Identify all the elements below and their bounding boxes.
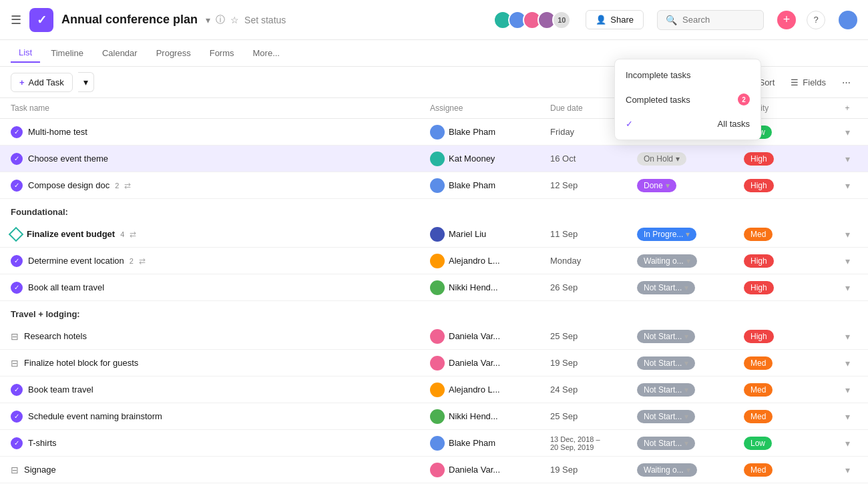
- task-checkbox[interactable]: [11, 282, 23, 294]
- priority-pill[interactable]: Med: [744, 228, 773, 241]
- task-label: T-shirts: [28, 438, 57, 448]
- add-task-label: Add Task: [29, 77, 64, 87]
- expand-arrow[interactable]: ▾: [837, 127, 857, 138]
- status-pill[interactable]: Not Start... ▾: [637, 383, 695, 397]
- task-table: Task name Assignee Due date Status Prior…: [0, 98, 868, 485]
- expand-arrow[interactable]: ▾: [837, 331, 857, 342]
- set-status[interactable]: Set status: [244, 15, 286, 25]
- more-options-button[interactable]: ⋯: [835, 73, 857, 91]
- task-checkbox[interactable]: [11, 180, 23, 192]
- status-pill[interactable]: Done ▾: [637, 179, 676, 192]
- status-pill[interactable]: Not Start... ▾: [637, 330, 695, 343]
- task-checkbox[interactable]: [11, 411, 23, 423]
- priority-pill[interactable]: Med: [744, 383, 773, 397]
- task-checkbox[interactable]: [11, 384, 23, 396]
- status-cell: In Progre... ▾: [637, 228, 744, 241]
- priority-pill[interactable]: Med: [744, 463, 773, 477]
- status-pill[interactable]: Not Start... ▾: [637, 410, 695, 423]
- priority-pill[interactable]: High: [744, 179, 774, 192]
- due-date-cell: 25 Sep: [550, 411, 637, 421]
- assignee-name: Alejandro L...: [449, 385, 500, 395]
- tab-calendar[interactable]: Calendar: [94, 44, 146, 62]
- status-pill[interactable]: Not Start... ▾: [637, 281, 695, 294]
- dropdown-item-all[interactable]: ✓ All tasks: [615, 112, 761, 136]
- status-pill[interactable]: On Hold ▾: [637, 152, 686, 166]
- task-name-cell: ⊟ Signage: [11, 465, 430, 475]
- task-label: Determine event location: [28, 256, 124, 266]
- expand-arrow[interactable]: ▾: [837, 180, 857, 191]
- priority-pill[interactable]: Med: [744, 410, 773, 423]
- table-row: Compose design doc 2 ⇄ Blake Pham 12 Sep…: [0, 172, 868, 199]
- subtask-count: 2: [130, 257, 134, 265]
- priority-pill[interactable]: Low: [744, 437, 772, 450]
- status-pill[interactable]: Waiting o... ▾: [637, 463, 697, 477]
- expand-arrow[interactable]: ▾: [837, 385, 857, 395]
- fields-icon: ☰: [791, 77, 799, 87]
- avatar: [430, 125, 445, 140]
- task-name-cell: Choose event theme: [11, 153, 430, 165]
- priority-cell: Med: [744, 356, 837, 370]
- task-checkbox[interactable]: [11, 153, 23, 165]
- avatar: [430, 227, 445, 242]
- user-avatar[interactable]: [839, 11, 857, 29]
- due-date-cell: 11 Sep: [550, 229, 637, 239]
- tab-progress[interactable]: Progress: [148, 44, 199, 62]
- add-button[interactable]: +: [777, 11, 796, 29]
- priority-pill[interactable]: High: [744, 330, 774, 343]
- priority-cell: Med: [744, 383, 837, 397]
- fields-button[interactable]: ☰ Fields: [784, 73, 833, 91]
- star-icon[interactable]: ☆: [230, 15, 239, 25]
- help-button[interactable]: ?: [807, 11, 825, 29]
- col-add-icon[interactable]: +: [837, 103, 857, 113]
- expand-arrow[interactable]: ▾: [837, 358, 857, 369]
- share-button[interactable]: 👤 Share: [586, 10, 644, 29]
- tab-forms[interactable]: Forms: [202, 44, 242, 62]
- status-pill[interactable]: Not Start... ▾: [637, 437, 695, 450]
- avatar: [430, 280, 445, 295]
- table-row: ⊟ Research hotels Daniela Var... 25 Sep …: [0, 323, 868, 350]
- status-pill[interactable]: Waiting o... ▾: [637, 254, 697, 268]
- assignee-cell: Blake Pham: [430, 125, 550, 140]
- tab-list[interactable]: List: [11, 43, 40, 63]
- expand-arrow[interactable]: ▾: [837, 256, 857, 266]
- info-icon[interactable]: ⓘ: [216, 14, 225, 26]
- dropdown-item-incomplete[interactable]: Incomplete tasks: [615, 63, 761, 87]
- add-task-button[interactable]: + Add Task: [11, 73, 73, 92]
- priority-pill[interactable]: High: [744, 281, 774, 294]
- task-label: Research hotels: [24, 331, 87, 341]
- status-pill[interactable]: Not Start... ▾: [637, 356, 695, 370]
- hamburger-icon[interactable]: ☰: [11, 13, 21, 27]
- priority-pill[interactable]: High: [744, 152, 774, 166]
- expand-arrow[interactable]: ▾: [837, 411, 857, 422]
- search-box[interactable]: 🔍: [657, 10, 764, 30]
- dropdown-item-completed[interactable]: Completed tasks 2: [615, 87, 761, 112]
- due-date-cell: 13 Dec, 2018 –20 Sep, 2019: [550, 435, 637, 451]
- status-pill[interactable]: In Progre... ▾: [637, 228, 696, 241]
- table-row: ⊟ Finalize hotel block for guests Daniel…: [0, 350, 868, 377]
- tab-timeline[interactable]: Timeline: [43, 44, 91, 62]
- expand-arrow[interactable]: ▾: [837, 229, 857, 240]
- expand-arrow[interactable]: ▾: [837, 154, 857, 164]
- priority-pill[interactable]: High: [744, 254, 774, 268]
- status-cell: Not Start... ▾: [637, 437, 744, 450]
- add-task-dropdown[interactable]: ▾: [78, 72, 94, 92]
- task-checkbox[interactable]: [11, 126, 23, 138]
- avatar-count[interactable]: 10: [552, 11, 571, 29]
- task-checkbox[interactable]: [11, 437, 23, 449]
- task-label: Compose design doc: [28, 180, 110, 190]
- expand-arrow[interactable]: ▾: [837, 438, 857, 449]
- priority-cell: Med: [744, 228, 837, 241]
- due-date-cell: 19 Sep: [550, 465, 637, 475]
- dropdown-icon[interactable]: ▾: [206, 15, 210, 25]
- priority-cell: High: [744, 330, 837, 343]
- tab-more[interactable]: More...: [245, 44, 288, 62]
- expand-arrow[interactable]: ▾: [837, 465, 857, 475]
- expand-arrow[interactable]: ▾: [837, 282, 857, 293]
- priority-cell: High: [744, 281, 837, 294]
- priority-pill[interactable]: Med: [744, 356, 773, 370]
- task-checkbox[interactable]: [11, 255, 23, 267]
- due-date-cell: 12 Sep: [550, 180, 637, 190]
- search-input[interactable]: [682, 15, 749, 25]
- subtask-count: 4: [120, 230, 124, 238]
- table-row: T-shirts Blake Pham 13 Dec, 2018 –20 Sep…: [0, 430, 868, 457]
